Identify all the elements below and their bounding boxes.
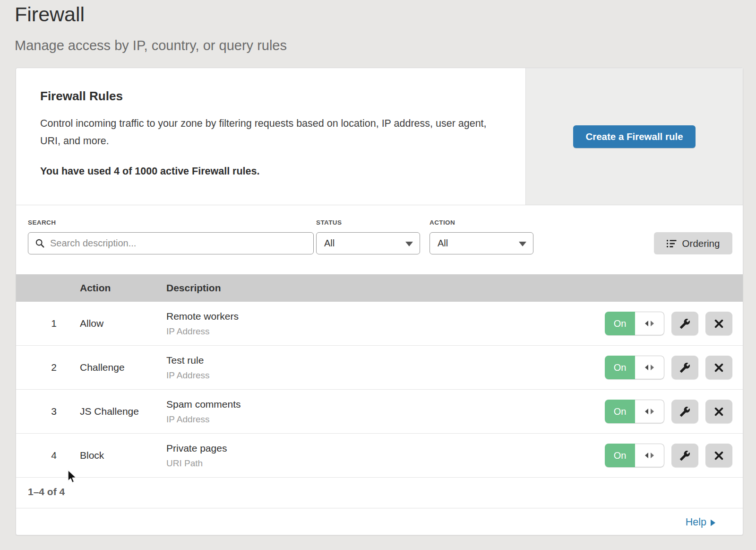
rule-action: Challenge xyxy=(80,362,125,373)
rule-priority: 2 xyxy=(35,362,57,373)
wrench-icon xyxy=(679,450,690,461)
page-title: Firewall xyxy=(15,3,85,26)
search-box xyxy=(28,232,314,254)
rule-priority: 1 xyxy=(35,318,57,329)
caret-down-icon xyxy=(405,242,413,246)
delete-rule-button[interactable] xyxy=(705,312,732,335)
caret-down-icon xyxy=(519,242,526,246)
column-header-description: Description xyxy=(166,274,221,302)
toggle-arrows-icon xyxy=(645,365,648,370)
search-input[interactable] xyxy=(49,232,313,254)
rule-description: Private pages xyxy=(166,443,227,454)
toggle-arrows-icon xyxy=(645,453,648,458)
firewall-rules-card: Firewall Rules Control incoming traffic … xyxy=(16,68,743,535)
search-icon xyxy=(35,238,45,248)
rule-enabled-toggle[interactable]: On xyxy=(605,312,664,335)
rule-description-cell: Spam comments IP Address xyxy=(166,399,241,425)
rule-description: Spam comments xyxy=(166,399,241,410)
usage-summary: You have used 4 of 1000 active Firewall … xyxy=(40,166,494,177)
rules-table-body: 1 Allow Remote workers IP Address On xyxy=(16,302,743,478)
toggle-handle[interactable] xyxy=(635,356,664,379)
page-subtitle: Manage access by IP, country, or query r… xyxy=(15,38,287,53)
rule-enabled-toggle[interactable]: On xyxy=(605,400,664,423)
delete-rule-button[interactable] xyxy=(705,444,732,467)
toggle-on-label[interactable]: On xyxy=(605,312,635,335)
pagination-bar: 1–4 of 4 xyxy=(16,476,743,508)
search-label: SEARCH xyxy=(28,219,56,226)
wrench-icon xyxy=(679,406,690,417)
toggle-arrows-icon xyxy=(645,409,648,414)
action-selected-value: All xyxy=(438,238,448,249)
rule-action: Allow xyxy=(80,318,103,329)
rule-description: Remote workers xyxy=(166,311,239,322)
table-row: 1 Allow Remote workers IP Address On xyxy=(16,302,743,346)
edit-rule-button[interactable] xyxy=(671,312,698,335)
rule-enabled-toggle[interactable]: On xyxy=(605,444,664,467)
rule-match-type: IP Address xyxy=(166,326,239,337)
table-row: 3 JS Challenge Spam comments IP Address … xyxy=(16,390,743,434)
rule-match-type: IP Address xyxy=(166,414,241,425)
toggle-handle[interactable] xyxy=(635,444,664,467)
column-header-action: Action xyxy=(80,274,111,302)
toggle-arrows-icon xyxy=(651,365,654,370)
help-link[interactable]: Help xyxy=(686,516,715,528)
table-header: Action Description xyxy=(16,274,743,302)
create-rule-panel: Create a Firewall rule xyxy=(525,68,743,205)
rule-action: JS Challenge xyxy=(80,406,139,417)
edit-rule-button[interactable] xyxy=(671,356,698,379)
toggle-arrows-icon xyxy=(651,321,654,326)
overview-text: Firewall Rules Control incoming traffic … xyxy=(40,89,494,177)
toggle-arrows-icon xyxy=(651,453,654,458)
create-firewall-rule-button[interactable]: Create a Firewall rule xyxy=(573,125,695,148)
wrench-icon xyxy=(679,362,690,373)
toggle-handle[interactable] xyxy=(635,312,664,335)
ordering-button[interactable]: Ordering xyxy=(654,232,732,254)
close-icon xyxy=(714,319,724,329)
rule-match-type: IP Address xyxy=(166,370,210,381)
rule-priority: 3 xyxy=(35,406,57,417)
wrench-icon xyxy=(679,318,690,329)
table-row: 2 Challenge Test rule IP Address On xyxy=(16,346,743,390)
table-row: 4 Block Private pages URI Path On xyxy=(16,434,743,478)
status-label: STATUS xyxy=(316,219,342,226)
close-icon xyxy=(714,451,724,461)
pagination-text: 1–4 of 4 xyxy=(28,486,65,498)
help-bar: Help xyxy=(16,508,743,536)
filters-section: SEARCH STATUS All ACTION All xyxy=(16,205,743,274)
delete-rule-button[interactable] xyxy=(705,356,732,379)
edit-rule-button[interactable] xyxy=(671,400,698,423)
rule-description: Test rule xyxy=(166,355,210,366)
toggle-on-label[interactable]: On xyxy=(605,400,635,423)
status-selected-value: All xyxy=(324,238,335,249)
edit-rule-button[interactable] xyxy=(671,444,698,467)
ordering-list-icon xyxy=(667,239,677,248)
overview-description: Control incoming traffic to your zone by… xyxy=(40,115,491,150)
rule-description-cell: Private pages URI Path xyxy=(166,443,227,469)
toggle-on-label[interactable]: On xyxy=(605,356,635,379)
close-icon xyxy=(714,363,724,373)
help-link-label: Help xyxy=(686,516,706,528)
toggle-handle[interactable] xyxy=(635,400,664,423)
toggle-on-label[interactable]: On xyxy=(605,444,635,467)
rule-action: Block xyxy=(80,450,104,461)
delete-rule-button[interactable] xyxy=(705,400,732,423)
close-icon xyxy=(714,407,724,417)
ordering-button-label: Ordering xyxy=(682,238,720,249)
rule-priority: 4 xyxy=(35,450,57,461)
rule-description-cell: Test rule IP Address xyxy=(166,355,210,381)
toggle-arrows-icon xyxy=(645,321,648,326)
toggle-arrows-icon xyxy=(651,409,654,414)
action-select[interactable]: All xyxy=(430,232,533,254)
overview-section: Firewall Rules Control incoming traffic … xyxy=(16,68,743,205)
status-select[interactable]: All xyxy=(316,232,420,254)
rule-description-cell: Remote workers IP Address xyxy=(166,311,239,337)
help-arrow-icon xyxy=(711,519,715,526)
action-label: ACTION xyxy=(430,219,455,226)
rule-enabled-toggle[interactable]: On xyxy=(605,356,664,379)
rule-match-type: URI Path xyxy=(166,458,227,469)
overview-heading: Firewall Rules xyxy=(40,89,494,104)
